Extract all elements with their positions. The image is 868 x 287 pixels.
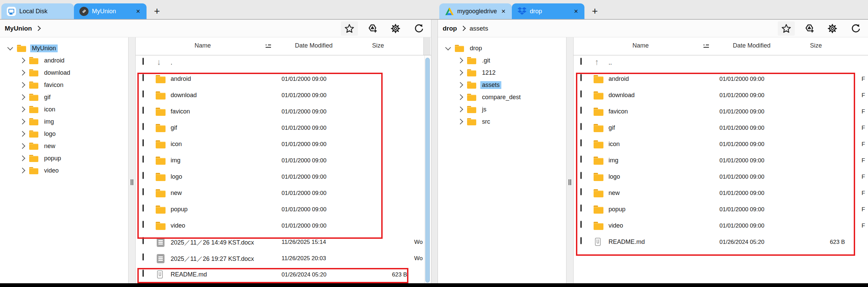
breadcrumb-segment[interactable]: drop <box>443 25 457 32</box>
row-checkbox[interactable] <box>580 172 582 179</box>
breadcrumb-segment[interactable]: assets <box>469 25 488 32</box>
tree-item[interactable]: src <box>438 115 566 128</box>
vertical-scrollbar[interactable] <box>424 55 430 284</box>
chevron-right-icon[interactable] <box>458 94 463 100</box>
file-row[interactable]: icon 01/01/2000 09:00 F <box>574 137 868 153</box>
row-checkbox[interactable] <box>580 237 582 244</box>
tree-item[interactable]: android <box>0 54 128 67</box>
chevron-right-icon[interactable] <box>458 107 463 112</box>
column-header-size[interactable]: Size <box>798 42 834 49</box>
add-drive-icon[interactable] <box>801 21 818 36</box>
row-checkbox[interactable] <box>142 253 144 261</box>
row-checkbox[interactable] <box>580 139 582 146</box>
chevron-down-icon[interactable] <box>7 45 13 51</box>
row-checkbox[interactable] <box>580 74 582 81</box>
breadcrumb-segment[interactable]: MyUnion <box>5 25 32 32</box>
file-row[interactable]: README.md 01/26/2024 05:20 623 B <box>574 234 868 251</box>
row-checkbox[interactable] <box>142 156 144 163</box>
row-checkbox[interactable] <box>142 123 144 130</box>
tree-item[interactable]: video <box>0 164 128 177</box>
chevron-right-icon[interactable] <box>458 70 463 76</box>
sort-order-icon[interactable] <box>266 44 271 49</box>
column-header-size[interactable]: Size <box>360 42 396 49</box>
star-icon[interactable] <box>778 21 795 36</box>
chevron-right-icon[interactable] <box>20 131 25 137</box>
chevron-right-icon[interactable] <box>20 70 25 76</box>
file-row[interactable]: icon 01/01/2000 09:00 <box>136 137 431 153</box>
row-checkbox[interactable] <box>142 139 144 146</box>
tree-item[interactable]: favicon <box>0 79 128 91</box>
file-row[interactable]: android 01/01/2000 09:00 F <box>574 71 868 88</box>
row-checkbox[interactable] <box>142 107 144 114</box>
file-row[interactable]: favicon 01/01/2000 09:00 <box>136 104 431 120</box>
tree-item[interactable]: compare_dest <box>438 91 566 103</box>
chevron-right-icon[interactable] <box>458 119 463 125</box>
tree-item[interactable]: js <box>438 103 566 115</box>
file-row[interactable]: README.md 01/26/2024 05:20 623 B <box>136 267 431 283</box>
row-checkbox[interactable] <box>142 90 144 97</box>
file-row[interactable]: logo 01/01/2000 09:00 F <box>574 169 868 185</box>
tab-drop[interactable]: drop ✕ <box>512 3 584 19</box>
row-checkbox[interactable] <box>580 123 582 130</box>
tree-item-root[interactable]: MyUnion <box>0 42 128 54</box>
tab-myunion[interactable]: MyUnion ✕ <box>74 3 147 19</box>
file-row[interactable]: .. <box>574 55 868 71</box>
row-checkbox[interactable] <box>580 221 582 228</box>
tree-item[interactable]: icon <box>0 103 128 115</box>
tree-list-splitter[interactable] <box>128 37 136 284</box>
tree-item[interactable]: assets <box>438 79 566 91</box>
file-row[interactable]: img 01/01/2000 09:00 F <box>574 153 868 169</box>
refresh-icon[interactable] <box>847 21 864 36</box>
file-row[interactable]: gif 01/01/2000 09:00 F <box>574 120 868 137</box>
row-checkbox[interactable] <box>580 204 582 212</box>
close-icon[interactable]: ✕ <box>573 8 579 15</box>
file-row[interactable]: popup 01/01/2000 09:00 F <box>574 202 868 218</box>
close-icon[interactable]: ✕ <box>501 8 506 15</box>
file-row[interactable]: video 01/01/2000 09:00 F <box>574 218 868 234</box>
tree-list-splitter[interactable] <box>566 37 574 284</box>
file-row[interactable]: favicon 01/01/2000 09:00 F <box>574 104 868 120</box>
tree-item[interactable]: 1212 <box>438 67 566 79</box>
tree-item[interactable]: new <box>0 140 128 152</box>
file-row[interactable]: img 01/01/2000 09:00 <box>136 153 431 169</box>
new-tab-button[interactable]: + <box>152 6 162 16</box>
column-header-name[interactable]: Name <box>621 42 660 49</box>
tree-item[interactable]: popup <box>0 152 128 164</box>
chevron-right-icon[interactable] <box>20 58 25 64</box>
tree-item-root[interactable]: drop <box>438 42 566 54</box>
tree-item[interactable]: .git <box>438 54 566 67</box>
file-row[interactable]: 2025／11／26 19:27 KST.docx 11/26/2025 20:… <box>136 251 431 267</box>
close-icon[interactable]: ✕ <box>135 8 141 15</box>
row-checkbox[interactable] <box>142 188 144 195</box>
gear-icon[interactable] <box>387 21 404 36</box>
row-checkbox[interactable] <box>580 188 582 195</box>
file-row[interactable]: new 01/01/2000 09:00 <box>136 185 431 202</box>
tree-item[interactable]: img <box>0 115 128 128</box>
column-header-date-modified[interactable]: Date Modified <box>723 42 780 49</box>
file-row[interactable]: android 01/01/2000 09:00 <box>136 71 431 88</box>
tree-item[interactable]: gif <box>0 91 128 103</box>
tab-mygoogledrive[interactable]: mygoogledrive ✕ <box>439 3 512 19</box>
chevron-right-icon[interactable] <box>20 107 25 112</box>
chevron-right-icon[interactable] <box>20 168 25 174</box>
row-checkbox[interactable] <box>142 74 144 81</box>
file-row[interactable]: logo 01/01/2000 09:00 <box>136 169 431 185</box>
tab-local-disk[interactable]: Local Disk <box>1 3 74 19</box>
star-icon[interactable] <box>341 21 358 36</box>
row-checkbox[interactable] <box>142 58 144 65</box>
row-checkbox[interactable] <box>142 270 144 277</box>
row-checkbox[interactable] <box>580 90 582 97</box>
tree-item[interactable]: logo <box>0 128 128 140</box>
file-row[interactable]: download 01/01/2000 09:00 <box>136 88 431 104</box>
row-checkbox[interactable] <box>142 237 144 244</box>
chevron-down-icon[interactable] <box>445 45 451 51</box>
row-checkbox[interactable] <box>142 204 144 212</box>
file-row[interactable]: new 01/01/2000 09:00 F <box>574 185 868 202</box>
refresh-icon[interactable] <box>410 21 427 36</box>
row-checkbox[interactable] <box>142 221 144 228</box>
tree-item[interactable]: download <box>0 67 128 79</box>
chevron-right-icon[interactable] <box>20 156 25 161</box>
sort-order-icon[interactable] <box>703 44 709 49</box>
column-header-name[interactable]: Name <box>183 42 222 49</box>
chevron-right-icon[interactable] <box>458 82 463 88</box>
